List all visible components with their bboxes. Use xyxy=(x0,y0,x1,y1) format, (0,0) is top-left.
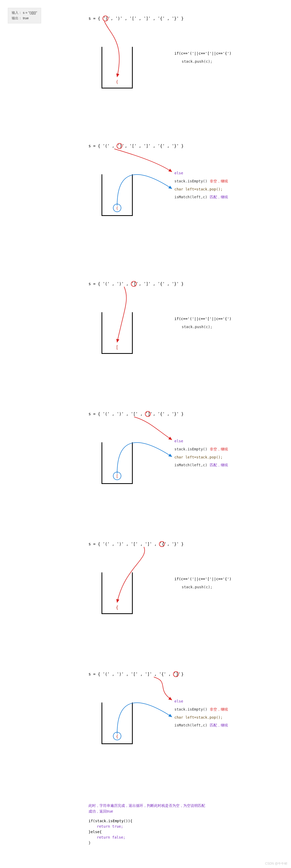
stack-container: ( xyxy=(101,47,133,89)
isempty-line: stack.isEmpty() xyxy=(174,179,207,183)
ismatch-line: isMatch(left,c) xyxy=(174,723,207,727)
ismatch-line: isMatch(left,c) xyxy=(174,195,207,199)
stack-char: { xyxy=(116,605,119,610)
step-header: s = { '(' , ')' , '[' , ']' , '{' , '}' … xyxy=(88,281,284,287)
step-2: s = { '(' , ')' , '[' , ']' , '{' , '}' … xyxy=(44,281,284,287)
branch-arrow xyxy=(154,677,172,700)
code-block: elsestack.isEmpty()非空，继续char left=stack.… xyxy=(174,697,228,729)
final-l4: return false; xyxy=(97,835,125,839)
highlighted-token: '}' xyxy=(173,671,179,677)
if-line: if(c=='('||c=='['||c=='{') xyxy=(174,317,231,321)
else-line: else xyxy=(174,439,183,443)
ismatch-line: isMatch(left,c) xyxy=(174,463,207,467)
output-label: 输出： xyxy=(12,16,22,20)
stack-container: [ xyxy=(101,312,133,354)
ann-match: 匹配，继续 xyxy=(210,723,228,727)
final-l3: }else{ xyxy=(88,830,102,834)
input-value: s = "()[]{}" xyxy=(23,11,37,14)
arrow-overlay xyxy=(44,411,284,494)
push-line: stack.push(c); xyxy=(182,585,212,589)
ann-nonempty: 非空，继续 xyxy=(210,179,228,183)
push-line: stack.push(c); xyxy=(182,59,212,63)
pop-line: char left=stack.pop(); xyxy=(174,715,223,719)
branch-arrow xyxy=(114,149,172,172)
io-box: 输入： s = "()[]{}" 输出： true xyxy=(8,8,41,23)
branch-arrow xyxy=(134,417,172,440)
stack-container: ( xyxy=(101,174,133,216)
else-line: else xyxy=(174,171,183,175)
ann-nonempty: 非空，继续 xyxy=(210,447,228,451)
stack-container: { xyxy=(101,703,133,744)
code-block: if(c=='('||c=='['||c=='{')stack.push(c); xyxy=(174,50,231,66)
code-block: if(c=='('||c=='['||c=='{')stack.push(c); xyxy=(174,575,231,591)
highlighted-token: ']' xyxy=(145,411,151,417)
step-5: s = { '(' , ')' , '[' , ']' , '{' , '}' … xyxy=(44,671,284,677)
highlighted-token: '(' xyxy=(103,16,108,21)
final-l1: if(stack.isEmpty()){ xyxy=(88,819,133,823)
final-summary: 此时，字符串遍历完成，退出循环，判断此时栈是否为空，为空说明匹配成功，返回tru… xyxy=(88,803,208,814)
arrow-overlay xyxy=(44,16,284,99)
final-l5: } xyxy=(88,841,91,845)
arrow-overlay xyxy=(44,281,284,364)
step-4: s = { '(' , ')' , '[' , ']' , '{' , '}' … xyxy=(44,541,284,547)
highlighted-token: ')' xyxy=(117,143,122,149)
if-line: if(c=='('||c=='['||c=='{') xyxy=(174,577,231,581)
output-value: true xyxy=(23,16,29,20)
step-header: s = { '(' , ')' , '[' , ']' , '{' , '}' … xyxy=(88,143,284,149)
step-3: s = { '(' , ')' , '[' , ']' , '{' , '}' … xyxy=(44,411,284,417)
input-label: 输入： xyxy=(12,11,22,14)
highlighted-token: '{' xyxy=(159,541,165,547)
final-code: if(stack.isEmpty()){ return true; }else{… xyxy=(88,818,133,846)
arrow-overlay xyxy=(44,541,284,624)
step-header: s = { '(' , ')' , '[' , ']' , '{' , '}' … xyxy=(88,411,284,417)
step-header: s = { '(' , ')' , '[' , ']' , '{' , '}' … xyxy=(88,16,284,21)
pop-line: char left=stack.pop(); xyxy=(174,187,223,191)
ann-nonempty: 非空，继续 xyxy=(210,707,228,711)
if-line: if(c=='('||c=='['||c=='{') xyxy=(174,51,231,55)
stack-char-circled: ( xyxy=(113,204,121,212)
stack-char: ( xyxy=(116,79,119,85)
arrow-overlay xyxy=(44,671,284,754)
code-block: elsestack.isEmpty()非空，继续char left=stack.… xyxy=(174,437,228,469)
arrow-overlay xyxy=(44,143,284,226)
stack-container: { xyxy=(101,572,133,614)
step-header: s = { '(' , ')' , '[' , ']' , '{' , '}' … xyxy=(88,671,284,677)
stack-container: [ xyxy=(101,442,133,484)
ann-match: 匹配，继续 xyxy=(210,463,228,467)
code-block: if(c=='('||c=='['||c=='{')stack.push(c); xyxy=(174,315,231,331)
code-block: elsestack.isEmpty()非空，继续char left=stack.… xyxy=(174,169,228,201)
step-header: s = { '(' , ')' , '[' , ']' , '{' , '}' … xyxy=(88,541,284,547)
pop-line: char left=stack.pop(); xyxy=(174,455,223,459)
stack-char: [ xyxy=(116,344,119,350)
push-line: stack.push(c); xyxy=(182,325,212,329)
final-l2: return true; xyxy=(97,824,123,829)
highlighted-token: '[' xyxy=(131,281,137,287)
stack-char-circled: [ xyxy=(113,472,121,480)
else-line: else xyxy=(174,699,183,703)
watermark: CSDN @牛牛鲜 xyxy=(265,862,287,866)
step-1: s = { '(' , ')' , '[' , ']' , '{' , '}' … xyxy=(44,143,284,149)
step-0: s = { '(' , ')' , '[' , ']' , '{' , '}' … xyxy=(44,16,284,21)
stack-char-circled: { xyxy=(113,732,121,740)
ann-match: 匹配，继续 xyxy=(210,195,228,199)
isempty-line: stack.isEmpty() xyxy=(174,707,207,711)
isempty-line: stack.isEmpty() xyxy=(174,447,207,451)
